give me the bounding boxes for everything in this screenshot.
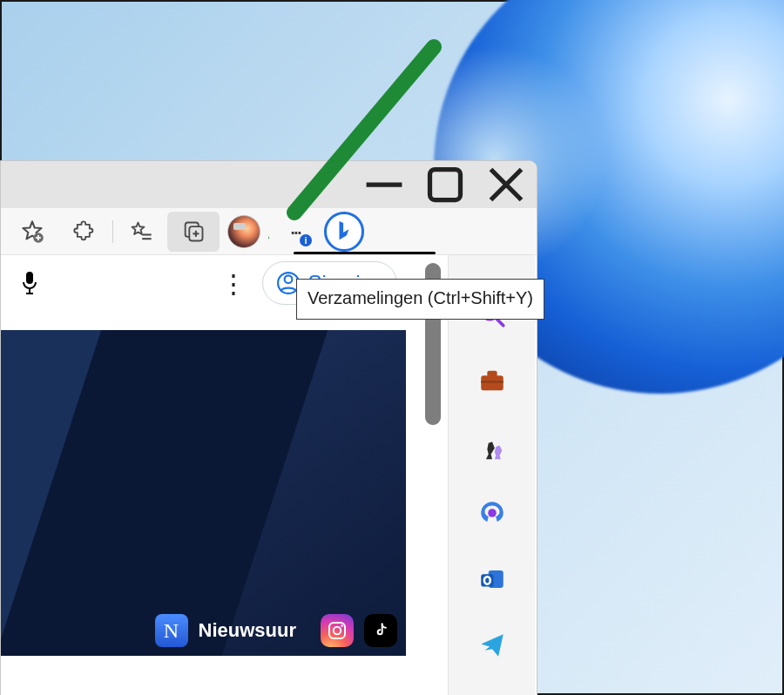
svg-point-21 bbox=[334, 627, 341, 634]
bing-icon bbox=[335, 219, 354, 244]
collections-tooltip: Verzamelingen (Ctrl+Shift+Y) bbox=[296, 279, 544, 320]
sidebar-outlook-button[interactable] bbox=[475, 562, 510, 597]
instagram-icon bbox=[327, 620, 348, 641]
instagram-link[interactable] bbox=[321, 614, 354, 647]
sidebar-games-button[interactable] bbox=[475, 429, 510, 464]
sidebar-m365-button[interactable] bbox=[475, 496, 510, 530]
m365-icon bbox=[477, 498, 507, 528]
collections-icon bbox=[181, 219, 206, 244]
svg-point-28 bbox=[488, 509, 497, 517]
meatball-icon: ··· bbox=[289, 218, 299, 246]
minimize-button[interactable] bbox=[354, 161, 415, 208]
svg-rect-25 bbox=[481, 375, 504, 390]
chess-icon bbox=[477, 432, 507, 462]
briefcase-icon bbox=[477, 366, 507, 395]
tiktok-link[interactable] bbox=[364, 614, 397, 647]
svg-rect-27 bbox=[481, 381, 504, 383]
settings-and-more-button[interactable]: ··· i bbox=[268, 212, 321, 252]
tiktok-icon bbox=[372, 621, 389, 640]
bing-chat-button[interactable] bbox=[324, 212, 364, 252]
info-badge: i bbox=[300, 234, 312, 246]
paper-plane-icon bbox=[477, 631, 507, 660]
desktop-background: ··· i bbox=[0, 0, 784, 695]
microphone-icon bbox=[19, 270, 40, 296]
extensions-button[interactable] bbox=[58, 212, 111, 252]
edge-sidebar bbox=[448, 254, 535, 695]
collections-button[interactable] bbox=[167, 212, 220, 252]
page-more-button[interactable]: ⋮ bbox=[208, 258, 259, 308]
sidebar-telegram-button[interactable] bbox=[475, 628, 510, 663]
maximize-button[interactable] bbox=[415, 161, 476, 208]
toolbar-hover-underline bbox=[294, 252, 436, 254]
outlook-icon bbox=[477, 564, 507, 594]
svg-rect-3 bbox=[430, 170, 461, 200]
svg-rect-26 bbox=[487, 371, 497, 377]
video-overlay-bar: N Nieuwsuur bbox=[155, 605, 406, 656]
svg-point-22 bbox=[341, 624, 343, 627]
video-player[interactable]: N Nieuwsuur bbox=[1, 330, 406, 656]
add-favorite-button[interactable] bbox=[6, 212, 58, 252]
avatar-icon bbox=[227, 215, 260, 248]
svg-rect-15 bbox=[26, 272, 33, 284]
sidebar-work-button[interactable] bbox=[475, 363, 510, 398]
favorites-list-button[interactable] bbox=[115, 212, 167, 252]
kebab-icon: ⋮ bbox=[220, 268, 247, 299]
channel-name[interactable]: Nieuwsuur bbox=[199, 619, 296, 642]
voice-search-button[interactable] bbox=[4, 258, 55, 308]
toolbar-separator bbox=[112, 220, 113, 243]
puzzle-icon bbox=[72, 219, 97, 244]
window-titlebar bbox=[1, 161, 537, 208]
channel-tile[interactable]: N bbox=[155, 614, 188, 647]
close-button[interactable] bbox=[476, 161, 537, 208]
browser-toolbar: ··· i bbox=[1, 208, 537, 255]
svg-point-18 bbox=[284, 275, 292, 283]
profile-button[interactable] bbox=[220, 212, 268, 252]
star-plus-icon bbox=[20, 219, 44, 244]
star-list-icon bbox=[129, 219, 153, 244]
